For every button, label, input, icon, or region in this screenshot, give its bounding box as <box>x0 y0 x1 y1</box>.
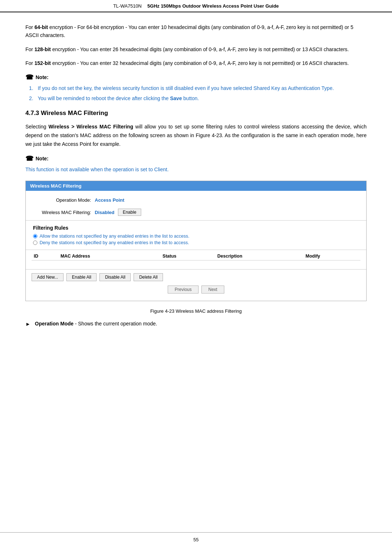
note-item-2: 2. You will be reminded to reboot the de… <box>29 94 367 102</box>
nav-row: Previous Next <box>26 283 366 297</box>
mac-filtering-label: Wireless MAC Filtering: <box>33 210 91 215</box>
note-icon: ☎ <box>25 73 33 81</box>
page-header: TL-WA7510N 5GHz 150Mbps Outdoor Wireless… <box>0 0 392 12</box>
operation-mode-row: Operation Mode: Access Point <box>26 194 366 206</box>
mac-filtering-value: Disabled <box>95 210 114 215</box>
para-152bit: For 152-bit encryption - You can enter 3… <box>25 59 367 67</box>
previous-button[interactable]: Previous <box>168 286 199 294</box>
table-row-empty <box>32 260 360 267</box>
figure-caption: Figure 4-23 Wireless MAC address Filteri… <box>25 308 367 314</box>
note-blue-text: This function is not available when the … <box>25 165 367 173</box>
note-label-2: ☎ Note: <box>25 155 367 163</box>
add-new-button[interactable]: Add New... <box>32 273 64 281</box>
note-label: ☎ Note: <box>25 73 367 81</box>
col-id: ID <box>32 252 58 260</box>
wireless-mac-filtering-widget: Wireless MAC Filtering Operation Mode: A… <box>25 181 367 301</box>
bullet-item-operation-mode: ► Operation Mode - Shows the current ope… <box>25 320 367 328</box>
page-wrapper: TL-WA7510N 5GHz 150Mbps Outdoor Wireless… <box>0 0 392 554</box>
delete-all-button[interactable]: Delete All <box>134 273 163 281</box>
radio-deny-label: Deny the stations not specified by any e… <box>40 240 189 245</box>
note-item-1: 1. If you do not set the key, the wirele… <box>29 84 367 92</box>
header-model: TL-WA7510N <box>113 3 142 9</box>
radio-deny[interactable] <box>33 241 37 245</box>
mac-table-section: ID MAC Address Status Description Modify <box>26 250 366 269</box>
note-section: ☎ Note: 1. If you do not set the key, th… <box>25 73 367 103</box>
note-section-2: ☎ Note: This function is not available w… <box>25 155 367 173</box>
widget-body: Operation Mode: Access Point Wireless MA… <box>26 191 366 301</box>
operation-mode-value: Access Point <box>95 197 124 203</box>
col-status: Status <box>160 252 215 260</box>
page-footer: 55 <box>0 532 392 547</box>
col-desc: Description <box>215 252 303 260</box>
page-container: TL-WA7510N 5GHz 150Mbps Outdoor Wireless… <box>0 0 392 554</box>
para-128bit: For 128-bit encryption - You can enter 2… <box>25 45 367 53</box>
disable-all-button[interactable]: Disable All <box>99 273 131 281</box>
bullet-arrow: ► <box>25 320 31 328</box>
table-body <box>32 260 360 267</box>
enable-button[interactable]: Enable <box>118 209 141 216</box>
radio-allow[interactable] <box>33 234 37 238</box>
section-intro: Selecting Wireless > Wireless MAC Filter… <box>25 123 367 148</box>
note-icon-2: ☎ <box>25 155 33 163</box>
col-modify: Modify <box>303 252 360 260</box>
radio-allow-row: Allow the stations not specified by any … <box>33 234 359 239</box>
widget-divider-1 <box>26 220 366 221</box>
section-heading: 4.7.3 Wireless MAC Filtering <box>25 110 367 117</box>
filtering-rules-title: Filtering Rules <box>33 225 359 231</box>
mac-filtering-row: Wireless MAC Filtering: Disabled Enable <box>26 206 366 219</box>
header-title: 5GHz 150Mbps Outdoor Wireless Access Poi… <box>147 3 279 9</box>
bullet-section: ► Operation Mode - Shows the current ope… <box>25 320 367 328</box>
enable-all-button[interactable]: Enable All <box>66 273 97 281</box>
content-area: For 64-bit encryption - For 64-bit encry… <box>0 12 392 342</box>
para-64bit: For 64-bit encryption - For 64-bit encry… <box>25 23 367 40</box>
operation-mode-label: Operation Mode: <box>33 197 91 203</box>
col-mac: MAC Address <box>58 252 160 260</box>
radio-deny-row: Deny the stations not specified by any e… <box>33 240 359 245</box>
filtering-rules-box: Filtering Rules Allow the stations not s… <box>26 222 366 248</box>
widget-header: Wireless MAC Filtering <box>26 181 366 191</box>
action-buttons-row: Add New... Enable All Disable All Delete… <box>26 269 366 283</box>
table-header-row: ID MAC Address Status Description Modify <box>32 252 360 260</box>
next-button[interactable]: Next <box>201 286 224 294</box>
page-number: 55 <box>193 537 199 542</box>
mac-table: ID MAC Address Status Description Modify <box>32 252 360 267</box>
note-list: 1. If you do not set the key, the wirele… <box>29 84 367 103</box>
radio-allow-label: Allow the stations not specified by any … <box>40 234 189 239</box>
